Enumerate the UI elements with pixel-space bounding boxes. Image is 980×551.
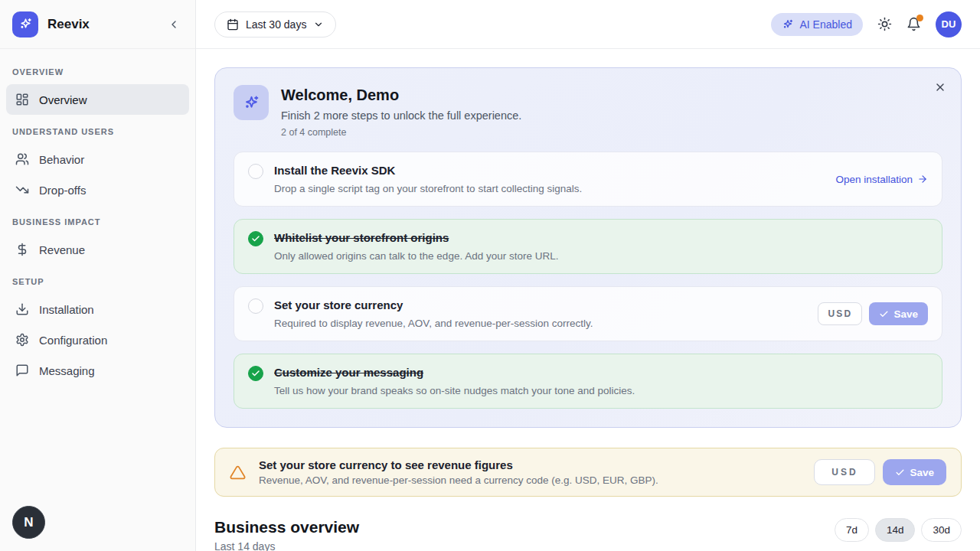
- page-subtitle: Last 14 days: [214, 540, 359, 551]
- section-label: BUSINESS IMPACT: [6, 217, 189, 227]
- step-whitelist-origins: Whitelist your storefront origins Only a…: [234, 219, 942, 274]
- open-installation-link[interactable]: Open installation: [835, 174, 928, 185]
- section-label: UNDERSTAND USERS: [6, 127, 189, 136]
- nav-section-understand-users: UNDERSTAND USERS Behavior Drop-offs: [6, 127, 189, 205]
- notification-dot: [916, 15, 923, 21]
- close-icon[interactable]: [931, 78, 949, 96]
- range-button-14d[interactable]: 14d: [875, 518, 916, 542]
- range-button-30d[interactable]: 30d: [921, 518, 962, 542]
- welcome-card-text: Welcome, Demo Finish 2 more steps to unl…: [281, 85, 521, 138]
- step-set-currency: Set your store currency Required to disp…: [234, 286, 942, 341]
- range-toggle-group: 7d 14d 30d: [835, 518, 962, 542]
- banner-action-group: Save: [814, 459, 946, 485]
- nav-section-overview: OVERVIEW Overview: [6, 67, 189, 115]
- currency-input[interactable]: [814, 459, 875, 485]
- business-overview-header: Business overview Last 14 days 7d 14d 30…: [214, 518, 962, 551]
- theme-toggle-button[interactable]: [877, 17, 892, 31]
- sidebar-item-label: Messaging: [39, 364, 95, 377]
- sparkle-icon: [18, 17, 33, 31]
- content: Welcome, Demo Finish 2 more steps to unl…: [196, 49, 980, 551]
- banner-description: Revenue, AOV, and revenue-per-session ne…: [259, 474, 658, 486]
- sidebar-collapse-button[interactable]: [165, 15, 183, 34]
- step-description: Drop a single script tag on your storefr…: [274, 182, 582, 196]
- ai-enabled-badge: AI Enabled: [771, 13, 864, 36]
- sidebar-item-label: Overview: [39, 93, 87, 106]
- topbar-right-cluster: AI Enabled DU: [771, 11, 962, 37]
- sidebar-item-behavior[interactable]: Behavior: [6, 144, 189, 174]
- nextjs-dev-button[interactable]: N: [12, 506, 45, 539]
- sidebar-item-configuration[interactable]: Configuration: [6, 324, 189, 355]
- step-title: Set your store currency: [274, 297, 593, 313]
- users-icon: [15, 152, 29, 166]
- calendar-icon: [227, 18, 239, 31]
- sidebar-item-label: Behavior: [39, 153, 84, 166]
- chevron-down-icon: [313, 19, 324, 30]
- step-title: Whitelist your storefront origins: [274, 230, 558, 246]
- save-currency-button[interactable]: Save: [869, 302, 928, 325]
- topbar: Last 30 days AI Enabled: [196, 0, 980, 49]
- sidebar-nav: OVERVIEW Overview UNDERSTAND USERS Behav…: [0, 49, 195, 412]
- check-circle-icon: [248, 231, 263, 246]
- welcome-card: Welcome, Demo Finish 2 more steps to unl…: [214, 67, 962, 428]
- step-status-circle: [248, 164, 263, 179]
- banner-text: Set your store currency to see revenue f…: [259, 458, 658, 486]
- sidebar-item-label: Drop-offs: [39, 184, 86, 197]
- section-label: SETUP: [6, 277, 189, 286]
- user-avatar[interactable]: DU: [936, 11, 962, 37]
- sidebar-item-installation[interactable]: Installation: [6, 294, 189, 324]
- app-root: Reevix OVERVIEW Overview UNDERSTAND USER…: [0, 0, 980, 551]
- sidebar-item-revenue[interactable]: Revenue: [6, 234, 189, 265]
- sidebar-item-label: Installation: [39, 303, 94, 316]
- download-icon: [15, 302, 29, 316]
- trending-down-icon: [15, 183, 29, 197]
- warning-triangle-icon: [230, 465, 246, 481]
- nav-section-setup: SETUP Installation Configuration: [6, 277, 189, 386]
- banner-title: Set your store currency to see revenue f…: [259, 458, 658, 471]
- welcome-progress: 2 of 4 complete: [281, 127, 521, 138]
- sidebar-item-label: Configuration: [39, 334, 107, 347]
- dashboard-grid-icon: [15, 93, 29, 106]
- step-title: Customize your messaging: [274, 364, 635, 380]
- welcome-title: Welcome, Demo: [281, 86, 521, 104]
- step-install-sdk: Install the Reevix SDK Drop a single scr…: [234, 152, 942, 207]
- brand-name: Reevix: [47, 17, 90, 32]
- onboarding-steps: Install the Reevix SDK Drop a single scr…: [234, 152, 942, 409]
- welcome-card-header: Welcome, Demo Finish 2 more steps to unl…: [234, 85, 942, 138]
- sidebar: Reevix OVERVIEW Overview UNDERSTAND USER…: [0, 0, 196, 551]
- currency-warning-banner: Set your store currency to see revenue f…: [214, 448, 962, 497]
- sidebar-item-drop-offs[interactable]: Drop-offs: [6, 174, 189, 205]
- gear-icon: [15, 333, 29, 347]
- notifications-button[interactable]: [906, 17, 921, 31]
- save-currency-button[interactable]: Save: [883, 459, 946, 485]
- ai-enabled-label: AI Enabled: [800, 18, 853, 31]
- sidebar-header: Reevix: [0, 0, 195, 49]
- sidebar-item-messaging[interactable]: Messaging: [6, 355, 189, 386]
- step-description: Only allowed origins can talk to the edg…: [274, 249, 558, 263]
- chat-bubble-icon: [15, 364, 29, 377]
- date-range-button[interactable]: Last 30 days: [214, 11, 336, 37]
- welcome-subtitle: Finish 2 more steps to unlock the full e…: [281, 109, 521, 122]
- chevron-left-icon: [168, 18, 180, 31]
- section-label: OVERVIEW: [6, 67, 189, 77]
- step-description: Tell us how your brand speaks so on-site…: [274, 384, 635, 398]
- sparkle-icon: [234, 85, 269, 120]
- range-button-7d[interactable]: 7d: [835, 518, 869, 542]
- sun-icon: [877, 17, 892, 31]
- check-circle-icon: [248, 366, 263, 381]
- step-title: Install the Reevix SDK: [274, 162, 582, 178]
- main-area: Last 30 days AI Enabled: [196, 0, 980, 551]
- sidebar-item-label: Revenue: [39, 243, 85, 256]
- currency-input[interactable]: [818, 302, 862, 325]
- reevix-logo: [12, 11, 38, 37]
- dollar-sign-icon: [15, 243, 29, 256]
- step-description: Required to display revenue, AOV, and re…: [274, 317, 593, 331]
- sidebar-item-overview[interactable]: Overview: [6, 84, 189, 115]
- step-status-circle: [248, 298, 263, 314]
- check-icon: [879, 309, 889, 319]
- check-icon: [895, 468, 905, 478]
- nav-section-business-impact: BUSINESS IMPACT Revenue: [6, 217, 189, 265]
- page-title: Business overview: [214, 518, 359, 536]
- arrow-right-icon: [917, 174, 928, 184]
- sparkle-icon: [782, 18, 794, 31]
- step-customize-messaging: Customize your messaging Tell us how you…: [234, 354, 942, 409]
